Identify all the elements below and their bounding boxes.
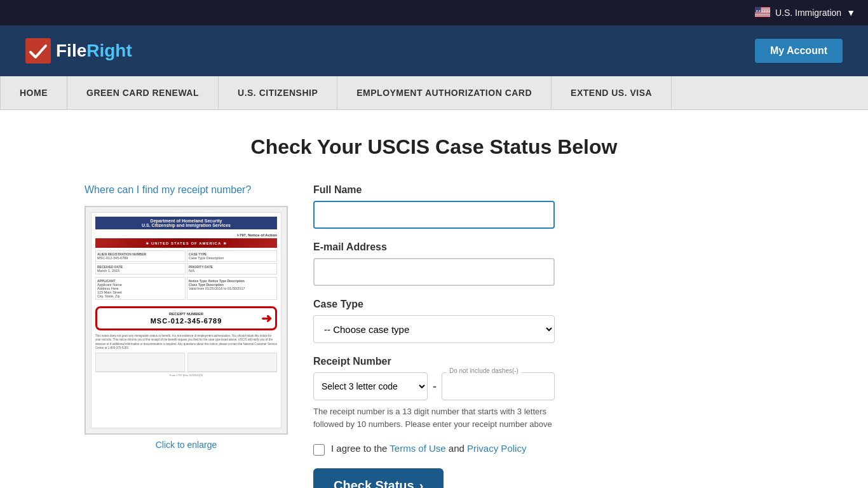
terms-text: I agree to the Terms of Use and Privacy … xyxy=(331,443,526,454)
receipt-number-value: MSC-012-345-6789 xyxy=(101,317,271,325)
nav-item-employment[interactable]: EMPLOYMENT AUTHORIZATION CARD xyxy=(337,76,552,109)
main-nav: HOME GREEN CARD RENEWAL U.S. CITIZENSHIP… xyxy=(0,76,868,110)
terms-checkbox[interactable] xyxy=(313,444,325,456)
doc-cell-account: ALIEN REGISTRATION NUMBER MSC-012-345-67… xyxy=(95,250,186,262)
privacy-policy-link[interactable]: Privacy Policy xyxy=(467,443,526,454)
nav-employment-label: EMPLOYMENT AUTHORIZATION CARD xyxy=(356,88,532,98)
page-title: Check Your USCIS Case Status Below xyxy=(13,135,855,159)
terms-row: I agree to the Terms of Use and Privacy … xyxy=(313,443,555,456)
nav-item-green-card[interactable]: GREEN CARD RENEWAL xyxy=(67,76,219,109)
nav-visa-label: EXTEND US. VISA xyxy=(571,88,652,98)
nav-item-visa[interactable]: EXTEND US. VISA xyxy=(552,76,672,109)
doc-applicant-grid: APPLICANT Applicant Name Address Here 12… xyxy=(95,277,277,300)
main-content: Check Your USCIS Case Status Below Where… xyxy=(0,110,868,488)
receipt-label-text: RECEIPT NUMBER xyxy=(101,312,271,316)
dropdown-arrow-icon: ▼ xyxy=(846,8,855,18)
case-type-select[interactable]: -- Choose case type I-90 Application to … xyxy=(313,315,555,343)
header: FileRight My Account xyxy=(0,25,868,76)
logo-text: FileRight xyxy=(56,41,132,61)
receipt-image-container: Department of Homeland SecurityU.S. Citi… xyxy=(85,206,288,435)
form-section: Full Name E-mail Address Case Type -- Ch… xyxy=(313,184,555,488)
email-group: E-mail Address xyxy=(313,241,555,286)
doc-cell-received: RECEIVED DATE March 1, 2015 xyxy=(95,263,186,274)
receipt-highlight-area: RECEIPT NUMBER MSC-012-345-6789 ➜ xyxy=(95,302,277,334)
receipt-number-group: Receipt Number Select 3 letter code EAC … xyxy=(313,356,555,430)
receipt-number-label: Receipt Number xyxy=(313,356,555,367)
doc-notice: Notice Type: Notice Type Description Cla… xyxy=(187,277,277,300)
logo-right: Right xyxy=(86,41,132,60)
logo-icon xyxy=(25,38,51,64)
doc-form-title: I-797, Notice of Action xyxy=(95,232,277,238)
svg-text:★★★★★★★★★★★★★★★★★★★★★★★★★★★★★★: ★★★★★★★★★★★★★★★★★★★★★★★★★★★★★★★★★★★★★★★★… xyxy=(755,8,770,12)
svg-rect-6 xyxy=(755,15,770,16)
top-bar: ★★★★★★★★★★★★★★★★★★★★★★★★★★★★★★★★★★★★★★★★… xyxy=(0,0,868,25)
full-name-label: Full Name xyxy=(313,184,555,196)
nav-item-citizenship[interactable]: U.S. CITIZENSHIP xyxy=(219,76,337,109)
my-account-button[interactable]: My Account xyxy=(755,39,843,63)
doc-section-left xyxy=(95,353,185,372)
receipt-location-link[interactable]: Where can I find my receipt number? xyxy=(85,184,288,196)
terms-of-use-link[interactable]: Terms of Use xyxy=(390,443,445,454)
nav-home-label: HOME xyxy=(20,88,48,98)
receipt-number-row: Select 3 letter code EAC WAC LIN MSC NBC… xyxy=(313,372,555,400)
full-name-group: Full Name xyxy=(313,184,555,229)
receipt-number-box: RECEIPT NUMBER MSC-012-345-6789 xyxy=(95,306,277,330)
doc-cell-casetype: CASE TYPE Case Type Description xyxy=(187,250,277,262)
svg-rect-9 xyxy=(25,38,51,64)
doc-fields-grid: ALIEN REGISTRATION NUMBER MSC-012-345-67… xyxy=(95,250,277,274)
receipt-no-dashes-hint: Do not include dashes(-) xyxy=(447,367,521,374)
logo-file: File xyxy=(56,41,86,60)
left-section: Where can I find my receipt number? Depa… xyxy=(85,184,288,450)
terms-prefix: I agree to the xyxy=(331,443,390,454)
content-grid: Where can I find my receipt number? Depa… xyxy=(85,184,783,488)
svg-rect-5 xyxy=(755,14,770,15)
nav-green-card-label: GREEN CARD RENEWAL xyxy=(86,88,199,98)
check-status-arrow-icon: › xyxy=(419,478,424,488)
doc-body-text: This notice does not grant any immigrati… xyxy=(95,334,277,350)
email-label: E-mail Address xyxy=(313,241,555,253)
svg-rect-4 xyxy=(755,12,770,13)
receipt-number-input-wrapper: Do not include dashes(-) xyxy=(442,372,555,400)
nav-item-home[interactable]: HOME xyxy=(0,76,67,109)
doc-footer: Form I-797 (Rev. 02/20/20) N xyxy=(95,372,277,377)
flag-icon: ★★★★★★★★★★★★★★★★★★★★★★★★★★★★★★★★★★★★★★★★… xyxy=(755,7,770,19)
country-selector[interactable]: ★★★★★★★★★★★★★★★★★★★★★★★★★★★★★★★★★★★★★★★★… xyxy=(755,7,855,19)
receipt-code-select[interactable]: Select 3 letter code EAC WAC LIN MSC NBC… xyxy=(313,372,428,400)
receipt-dash-separator: - xyxy=(433,380,437,393)
nav-citizenship-label: U.S. CITIZENSHIP xyxy=(238,88,318,98)
doc-bottom-sections xyxy=(95,353,277,372)
doc-banner: ★ UNITED STATES OF AMERICA ★ xyxy=(95,238,277,248)
receipt-hint-text: The receipt number is a 13 digit number … xyxy=(313,405,555,430)
email-input[interactable] xyxy=(313,258,555,286)
country-label: U.S. Immigration xyxy=(775,8,841,18)
doc-cell-priority: PRIORITY DATE N/A xyxy=(187,263,277,274)
document-preview: Department of Homeland SecurityU.S. Citi… xyxy=(91,212,281,428)
case-type-group: Case Type -- Choose case type I-90 Appli… xyxy=(313,299,555,343)
doc-section-right xyxy=(187,353,277,372)
full-name-input[interactable] xyxy=(313,201,555,229)
case-type-label: Case Type xyxy=(313,299,555,310)
logo[interactable]: FileRight xyxy=(25,38,132,64)
terms-and: and xyxy=(446,443,467,454)
check-status-button[interactable]: Check Status › xyxy=(313,468,444,488)
doc-applicant: APPLICANT Applicant Name Address Here 12… xyxy=(95,277,186,300)
arrow-indicator-icon: ➜ xyxy=(261,311,272,326)
doc-agency: Department of Homeland SecurityU.S. Citi… xyxy=(95,217,277,229)
check-status-label: Check Status xyxy=(334,478,414,488)
receipt-number-input[interactable] xyxy=(442,372,555,400)
enlarge-link[interactable]: Click to enlarge xyxy=(85,440,288,450)
